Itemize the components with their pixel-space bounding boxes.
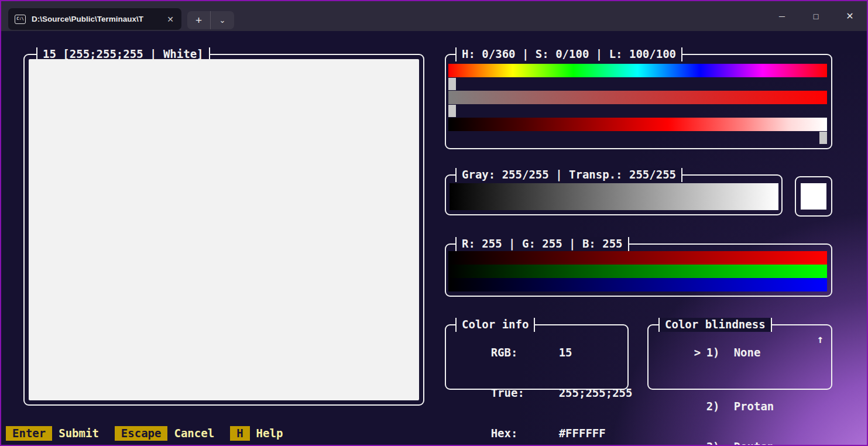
action-submit: Submit [59, 426, 99, 441]
keybinding-help: H Help [230, 426, 283, 441]
titlebar: C:\ D:\Source\Public\Terminaux\T ✕ + ⌄ ─… [1, 1, 867, 31]
info-value: #FFFFFF [559, 427, 606, 440]
hsl-title: H: 0/360 | S: 0/100 | L: 100/100 [455, 47, 682, 61]
item-number: 1) [706, 346, 734, 359]
color-preview-panel: 15 [255;255;255 | White] [23, 54, 424, 406]
action-cancel: Cancel [174, 426, 214, 441]
rgb-title: R: 255 | G: 255 | B: 255 [455, 237, 629, 251]
green-bar[interactable] [448, 265, 827, 278]
cmd-icon: C:\ [15, 15, 26, 24]
window-controls: ─ □ ✕ [765, 1, 867, 31]
scroll-up-icon[interactable]: ↑ [817, 332, 824, 346]
info-value: 15 [559, 346, 572, 359]
gray-panel: Gray: 255/255 | Transp.: 255/255 [445, 174, 783, 215]
key-chip-escape[interactable]: Escape [115, 426, 168, 441]
saturation-slider-handle[interactable] [448, 105, 456, 117]
hue-slider [448, 77, 827, 91]
info-label: Hex: [491, 427, 559, 440]
selected-color-swatch-panel [795, 176, 832, 217]
selected-color-swatch [801, 183, 826, 210]
item-name: Deutan [734, 440, 774, 446]
list-item-deutan[interactable]: 3)Deutan [654, 427, 831, 446]
red-bar[interactable] [448, 251, 827, 265]
terminal-tab[interactable]: C:\ D:\Source\Public\Terminaux\T ✕ [8, 8, 181, 30]
lightness-bar[interactable] [448, 118, 827, 131]
tab-actions: + ⌄ [187, 11, 234, 29]
close-tab-icon[interactable]: ✕ [165, 15, 176, 24]
info-row-true: True:255;255;255 [451, 373, 627, 413]
info-row-hex: Hex:#FFFFFF [451, 413, 627, 446]
blue-bar[interactable] [448, 278, 827, 291]
item-number: 3) [706, 440, 734, 446]
close-button[interactable]: ✕ [833, 1, 867, 31]
color-info-panel: Color info RGB:15 True:255;255;255 Hex:#… [445, 324, 629, 390]
selection-marker: > [694, 346, 706, 359]
info-row-rgb: RGB:15 [451, 332, 627, 373]
list-item-protan[interactable]: 2)Protan [654, 386, 831, 427]
color-blindness-panel: Color blindness >1)None ↑ 2)Protan 3)Deu… [647, 324, 832, 390]
item-name: Protan [734, 400, 774, 413]
keybinding-submit: Enter Submit [6, 426, 99, 441]
action-help: Help [256, 426, 283, 441]
terminal-window: { "window": { "tab": { "icon_label": "C:… [0, 0, 868, 446]
keybinding-cancel: Escape Cancel [115, 426, 214, 441]
key-chip-enter[interactable]: Enter [6, 426, 52, 441]
info-label: RGB: [491, 346, 559, 359]
key-chip-h[interactable]: H [230, 426, 249, 441]
terminal-content: 15 [255;255;255 | White] H: 0/360 | S: 0… [1, 31, 867, 445]
hue-slider-handle[interactable] [448, 78, 456, 90]
item-number: 2) [706, 400, 734, 413]
color-preview-fill [29, 59, 419, 400]
item-name: None [734, 346, 761, 359]
color-info-title: Color info [455, 318, 535, 332]
hue-bar[interactable] [448, 64, 827, 77]
gray-bar[interactable] [450, 183, 778, 210]
rgb-panel: R: 255 | G: 255 | B: 255 [445, 243, 832, 297]
gray-title: Gray: 255/255 | Transp.: 255/255 [455, 168, 682, 182]
chevron-down-icon[interactable]: ⌄ [211, 11, 234, 29]
saturation-bar[interactable] [448, 91, 827, 104]
list-item-none[interactable]: >1)None ↑ [654, 332, 831, 386]
lightness-slider [448, 131, 827, 145]
keybinding-bar: Enter Submit Escape Cancel H Help [6, 426, 283, 441]
info-value: 255;255;255 [559, 386, 633, 399]
tab-title: D:\Source\Public\Terminaux\T [32, 15, 144, 23]
info-label: True: [491, 386, 559, 400]
color-blindness-title: Color blindness [658, 318, 772, 332]
saturation-slider [448, 104, 827, 118]
hsl-panel: H: 0/360 | S: 0/100 | L: 100/100 [445, 54, 832, 149]
lightness-slider-handle[interactable] [819, 132, 827, 144]
minimize-button[interactable]: ─ [765, 1, 799, 31]
new-tab-button[interactable]: + [187, 11, 211, 29]
maximize-button[interactable]: □ [799, 1, 833, 31]
